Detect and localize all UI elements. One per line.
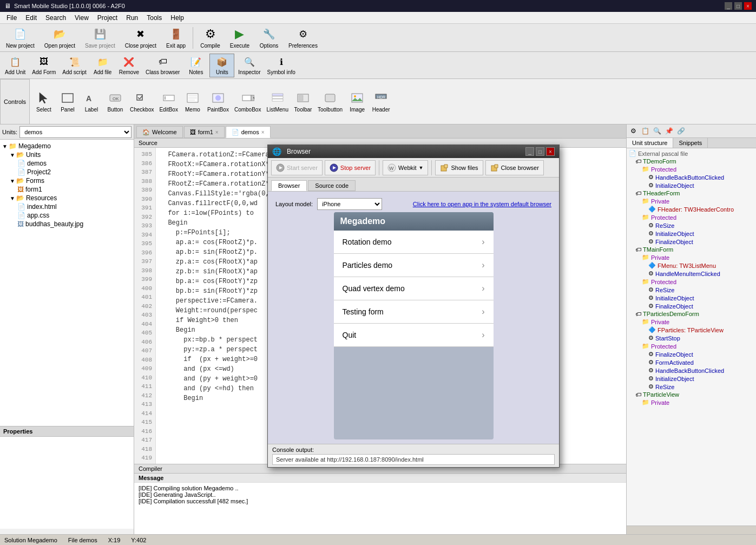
tree-resources-folder[interactable]: ▼ 📂 Resources — [10, 194, 132, 202]
close-button[interactable]: × — [744, 2, 752, 10]
menu-help[interactable]: Help — [166, 13, 188, 23]
panel-tool[interactable]: Panel — [56, 82, 80, 121]
unit-tree-item[interactable]: 🏷TDemoForm — [634, 157, 755, 165]
label-tool[interactable]: A Label — [80, 82, 103, 121]
tree-units-folder[interactable]: ▼ 📂 Units — [10, 150, 132, 159]
browser-tab-browser[interactable]: Browser — [271, 180, 307, 191]
open-browser-link[interactable]: Click here to open app in the system def… — [413, 201, 551, 207]
tab-unit-structure[interactable]: Unit structure — [627, 138, 673, 148]
form1-tab-close[interactable]: × — [215, 129, 219, 135]
class-browser-button[interactable]: 🏷 Class browser — [143, 54, 182, 77]
remove-button[interactable]: ❌ Remove — [116, 54, 142, 77]
menu-view[interactable]: View — [70, 13, 93, 23]
browser-close[interactable]: × — [546, 147, 555, 156]
unit-tree-item[interactable]: 🏷TParticlesDemoForm — [634, 310, 755, 318]
unit-tree-item[interactable]: ⚙InitializeObject — [647, 229, 755, 238]
unit-tree-item[interactable]: 📄External pascal file — [628, 149, 755, 157]
memo-tool[interactable]: Memo — [181, 82, 205, 121]
layout-model-select[interactable]: iPhone Android iPad — [317, 198, 382, 210]
unit-tree-item[interactable]: 📁Protected — [641, 278, 755, 286]
toolbutton-tool[interactable]: Toolbutton — [315, 82, 345, 121]
unit-tree-item[interactable]: ⚙ReSize — [647, 286, 755, 294]
phone-menu-item[interactable]: Testing form› — [334, 300, 494, 324]
add-unit-button[interactable]: 📋 Add Unit — [2, 54, 28, 77]
notes-button[interactable]: 📝 Notes — [183, 54, 208, 77]
units-dropdown[interactable]: demos — [19, 126, 132, 138]
tree-form1[interactable]: 🖼 form1 — [17, 185, 132, 194]
unit-tree-item[interactable]: 📁Private — [641, 318, 755, 326]
unit-tree-item[interactable]: ⚙ReSize — [647, 383, 755, 391]
rt-btn-4[interactable]: 📌 — [663, 126, 674, 136]
rt-btn-3[interactable]: 🔍 — [652, 126, 662, 136]
menu-project[interactable]: Project — [93, 13, 122, 23]
unit-tree-item[interactable]: 🏷TParticleView — [634, 391, 755, 398]
menu-edit[interactable]: Edit — [21, 13, 41, 23]
webkit-button[interactable]: W Webkit ▼ — [383, 160, 428, 175]
tab-demos[interactable]: 📄 demos × — [226, 126, 271, 138]
select-tool[interactable]: Select — [32, 82, 56, 121]
add-script-button[interactable]: 📜 Add script — [60, 54, 89, 77]
tab-welcome[interactable]: 🏠 Welcome — [136, 126, 183, 138]
unit-tree-item[interactable]: ⚙HandleMenuItemClicked — [647, 270, 755, 278]
unit-tree-item[interactable]: 📁Private — [641, 253, 755, 261]
header-tool[interactable]: HDR Header — [369, 82, 393, 121]
unit-tree-item[interactable]: 🏷TMainForm — [634, 246, 755, 253]
browser-maximize[interactable]: □ — [536, 147, 544, 156]
rt-btn-2[interactable]: 📋 — [640, 126, 650, 136]
unit-tree-item[interactable]: 📁Private — [641, 398, 755, 406]
tree-megademo[interactable]: ▼ 📁 Megademo — [2, 142, 132, 150]
unit-tree-item[interactable]: ⚙HandleBackButtonClicked — [647, 366, 755, 375]
maximize-button[interactable]: □ — [734, 2, 742, 10]
exit-app-button[interactable]: 🚪 Exit app — [162, 25, 189, 50]
menu-file[interactable]: File — [2, 13, 21, 23]
phone-menu-item[interactable]: Rotation demo› — [334, 231, 494, 254]
rt-btn-1[interactable]: ⚙ — [628, 126, 639, 136]
tree-project2[interactable]: 📄 Project2 — [17, 168, 132, 176]
minimize-button[interactable]: _ — [725, 2, 732, 10]
close-project-button[interactable]: ✖ Close project — [121, 25, 160, 50]
unit-tree-item[interactable]: 📁Protected — [641, 165, 755, 173]
preferences-button[interactable]: ⚙ Preferences — [285, 25, 321, 50]
unit-tree-item[interactable]: ⚙FormActivated — [647, 358, 755, 366]
phone-menu-item[interactable]: Particles demo› — [334, 254, 494, 277]
toolbar-tool[interactable]: Toolbar — [291, 82, 315, 121]
unit-tree-item[interactable]: ⚙FinalizeObject — [647, 350, 755, 358]
unit-tree-item[interactable]: 📁Protected — [641, 342, 755, 350]
add-file-button[interactable]: 📁 Add file — [90, 54, 115, 77]
execute-button[interactable]: ▶ Execute — [226, 25, 253, 50]
demos-tab-close[interactable]: × — [261, 129, 265, 135]
paintbox-tool[interactable]: PaintBox — [205, 82, 232, 121]
unit-tree-item[interactable]: ⚙InitializeObject — [647, 375, 755, 383]
unit-tree-item[interactable]: ⚙InitializeObject — [647, 294, 755, 302]
inspector-button[interactable]: 🔍 Inspector — [235, 54, 263, 77]
tree-index-html[interactable]: 📄 index.html — [17, 202, 132, 211]
editbox-tool[interactable]: EditBox — [156, 82, 180, 121]
unit-tree-item[interactable]: 🔷FHeader: TW3HeaderContro — [647, 205, 755, 213]
tab-form1[interactable]: 🖼 form1 × — [184, 126, 225, 138]
button-tool[interactable]: OK Button — [103, 82, 127, 121]
rt-btn-5[interactable]: 🔗 — [675, 126, 686, 136]
tree-app-css[interactable]: 📄 app.css — [17, 211, 132, 220]
menu-tools[interactable]: Tools — [142, 13, 166, 23]
compile-button[interactable]: ⚙ Compile — [196, 25, 224, 50]
unit-tree-item[interactable]: 🔷FParticles: TParticleView — [647, 326, 755, 334]
stop-server-button[interactable]: Stop server — [325, 160, 376, 175]
options-button[interactable]: 🔧 Options — [255, 25, 282, 50]
unit-tree-item[interactable]: ⚙HandleBackButtonClicked — [647, 173, 755, 181]
browser-tab-source[interactable]: Source code — [308, 180, 356, 191]
checkbox-tool[interactable]: Checkbox — [127, 82, 156, 121]
new-project-button[interactable]: 📄 New project — [2, 25, 38, 50]
open-project-button[interactable]: 📂 Open project — [41, 25, 79, 50]
unit-tree-item[interactable]: ⚙StartStop — [647, 334, 755, 342]
unit-tree-item[interactable]: ⚙ReSize — [647, 221, 755, 229]
phone-menu-item[interactable]: Quit› — [334, 324, 494, 347]
menu-search[interactable]: Search — [41, 13, 70, 23]
unit-tree-item[interactable]: ⚙FinalizeObject — [647, 238, 755, 246]
tree-buddhas-beauty[interactable]: 🖼 buddhas_beauty.jpg — [17, 220, 132, 228]
browser-minimize[interactable]: _ — [525, 147, 534, 156]
tree-forms-folder[interactable]: ▼ 📂 Forms — [10, 176, 132, 185]
listmenu-tool[interactable]: ListMenu — [264, 82, 291, 121]
units-button[interactable]: 📦 Units — [209, 54, 234, 77]
unit-tree-item[interactable]: 🔷FMenu: TW3ListMenu — [647, 261, 755, 270]
save-project-button[interactable]: 💾 Save project — [81, 25, 119, 50]
